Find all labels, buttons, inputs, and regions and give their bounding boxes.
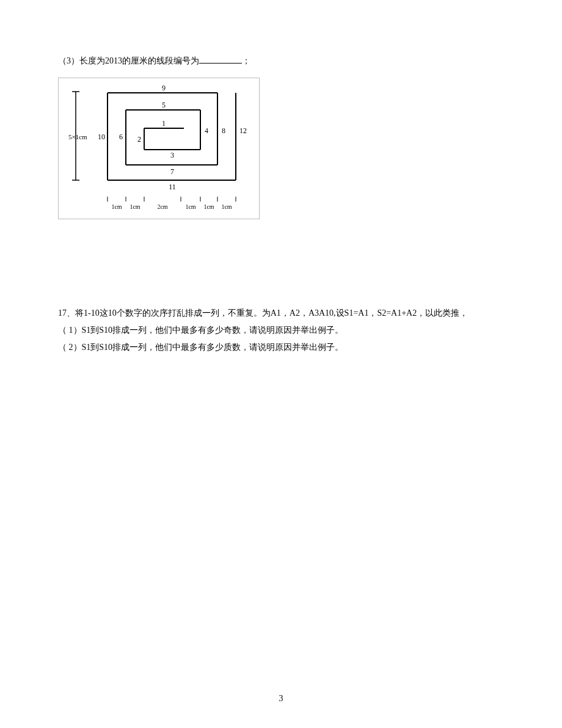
q17-sub1: （ 1）S1到S10排成一列，他们中最多有多少奇数，请说明原因并举出例子。 xyxy=(58,322,504,339)
q17-sub2: （ 2）S1到S10排成一列，他们中最多有多少质数，请说明原因并举出例子。 xyxy=(58,339,504,356)
q17-line1: 17、将1-10这10个数字的次序打乱排成一列，不重复。为A1，A2，A3A10… xyxy=(58,305,504,322)
label-6: 6 xyxy=(119,133,123,141)
q3-suffix: ； xyxy=(242,56,250,65)
label-5: 5 xyxy=(162,101,166,109)
spiral-svg: 1 2 3 4 5 6 7 8 9 10 11 12 5×1cm 1cm 1cm… xyxy=(65,86,253,214)
label-3: 3 xyxy=(170,151,174,159)
page-number: 3 xyxy=(0,694,562,704)
xtick-4: 1cm xyxy=(203,203,214,210)
xtick-1: 1cm xyxy=(130,203,140,210)
xtick-2: 2cm xyxy=(157,203,167,210)
question-3-line: （3）长度为2013的厘米的线段编号为； xyxy=(58,55,504,67)
label-4: 4 xyxy=(205,126,208,135)
label-8: 8 xyxy=(222,126,225,135)
vlabel: 5×1cm xyxy=(68,133,87,140)
label-10: 10 xyxy=(98,133,105,141)
xtick-0: 1cm xyxy=(111,203,122,210)
label-2: 2 xyxy=(137,135,141,144)
spiral-figure: 1 2 3 4 5 6 7 8 9 10 11 12 5×1cm 1cm 1cm… xyxy=(58,78,260,219)
question-17: 17、将1-10这10个数字的次序打乱排成一列，不重复。为A1，A2，A3A10… xyxy=(58,305,504,356)
xtick-5: 1cm xyxy=(221,203,232,210)
label-1: 1 xyxy=(162,119,166,128)
q3-prefix: （3）长度为2013的厘米的线段编号为 xyxy=(58,56,199,65)
q3-blank xyxy=(199,55,242,64)
label-11: 11 xyxy=(169,183,176,191)
label-9: 9 xyxy=(162,86,166,92)
xtick-3: 1cm xyxy=(185,203,195,210)
label-12: 12 xyxy=(239,126,247,135)
label-7: 7 xyxy=(170,167,174,176)
